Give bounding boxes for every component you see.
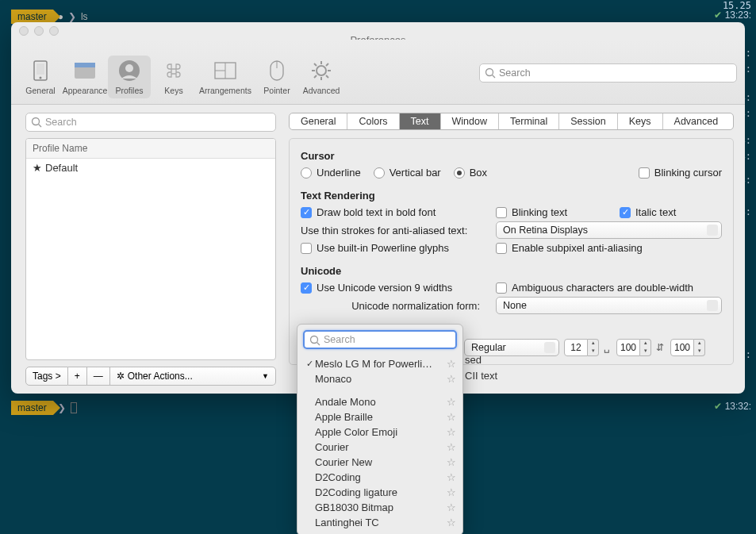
svg-point-6 xyxy=(125,64,133,72)
star-icon[interactable]: ☆ xyxy=(447,396,456,408)
ambiguous-width-checkbox[interactable]: Ambiguous characters are double-width xyxy=(496,282,693,294)
cursor-box-radio[interactable]: Box xyxy=(454,167,487,179)
font-item[interactable]: Courier☆ xyxy=(302,440,458,455)
svg-line-24 xyxy=(39,125,42,128)
search-icon xyxy=(485,67,496,79)
star-icon[interactable]: ☆ xyxy=(447,471,456,483)
font-item[interactable]: ✓Meslo LG M for Powerli…☆ xyxy=(302,356,458,371)
tab-session[interactable]: Session xyxy=(559,113,617,129)
font-size-stepper[interactable]: 12▴▾ xyxy=(564,339,599,356)
star-icon[interactable]: ☆ xyxy=(447,411,456,423)
cursor-underline-radio[interactable]: Underline xyxy=(301,167,361,179)
star-icon[interactable]: ☆ xyxy=(447,486,456,498)
toolbar-label: Advanced xyxy=(303,86,340,95)
svg-point-2 xyxy=(40,77,42,79)
search-icon xyxy=(309,335,320,346)
blinking-text-checkbox[interactable]: Blinking text xyxy=(496,206,607,218)
star-icon[interactable]: ☆ xyxy=(447,358,456,370)
toolbar-label: Keys xyxy=(164,86,182,95)
toolbar-profiles[interactable]: Profiles xyxy=(108,56,151,98)
hspace-icon: ⇵ xyxy=(656,342,664,353)
font-search-input[interactable]: Search xyxy=(303,330,457,349)
star-icon[interactable]: ☆ xyxy=(447,373,456,385)
toolbar-search[interactable]: Search xyxy=(479,63,737,83)
search-placeholder: Search xyxy=(499,67,531,79)
horizontal-spacing-stepper[interactable]: 100▴▾ xyxy=(670,339,705,356)
italic-text-checkbox[interactable]: Italic text xyxy=(620,206,676,218)
cursor-heading: Cursor xyxy=(301,150,722,162)
font-item[interactable]: Apple Color Emoji☆ xyxy=(302,425,458,440)
prompt-chevron: ❯ xyxy=(68,11,76,22)
font-item[interactable]: Apple Braille☆ xyxy=(302,409,458,425)
toolbar-advanced[interactable]: Advanced xyxy=(300,56,343,98)
toolbar-label: Profiles xyxy=(115,86,143,95)
profile-row-default[interactable]: ★ Default xyxy=(26,159,275,177)
cursor-vertical-radio[interactable]: Vertical bar xyxy=(374,167,441,179)
toolbar-general[interactable]: General xyxy=(19,56,62,98)
vspace-icon: ␣ xyxy=(604,342,610,353)
tab-text[interactable]: Text xyxy=(400,113,441,129)
obscured-text: CII text xyxy=(465,370,497,382)
tab-window[interactable]: Window xyxy=(441,113,499,129)
tab-general[interactable]: General xyxy=(290,113,347,129)
git-branch-badge: master xyxy=(11,401,53,415)
remove-profile-button[interactable]: — xyxy=(87,367,110,386)
font-item[interactable]: Monaco☆ xyxy=(302,371,458,386)
command-icon xyxy=(162,59,186,83)
font-item[interactable]: GB18030 Bitmap☆ xyxy=(302,500,458,515)
subpixel-aa-checkbox[interactable]: Enable subpixel anti-aliasing xyxy=(496,242,643,254)
star-icon[interactable]: ☆ xyxy=(447,426,456,438)
svg-point-25 xyxy=(311,336,318,344)
toolbar-label: Appearance xyxy=(63,86,108,95)
star-icon[interactable]: ☆ xyxy=(447,456,456,468)
toolbar-appearance[interactable]: Appearance xyxy=(63,56,106,98)
toolbar-pointer[interactable]: Pointer xyxy=(255,56,298,98)
unicode9-checkbox[interactable]: Use Unicode version 9 widths xyxy=(301,282,483,294)
tab-terminal[interactable]: Terminal xyxy=(499,113,559,129)
text-rendering-heading: Text Rendering xyxy=(301,190,722,202)
profile-list-header[interactable]: Profile Name xyxy=(26,139,275,159)
blinking-cursor-checkbox[interactable]: Blinking cursor xyxy=(639,167,722,179)
toolbar-label: Pointer xyxy=(263,86,290,95)
profile-search[interactable]: Search xyxy=(25,113,276,132)
star-icon[interactable]: ☆ xyxy=(447,441,456,453)
tags-button[interactable]: Tags > xyxy=(25,367,68,386)
arrangements-icon xyxy=(213,59,237,83)
add-profile-button[interactable]: + xyxy=(68,367,87,386)
obscured-text: sed xyxy=(465,354,482,366)
thin-strokes-label: Use thin strokes for anti-aliased text: xyxy=(301,225,483,236)
normalization-label: Unicode normalization form: xyxy=(301,300,483,312)
thin-strokes-select[interactable]: On Retina Displays▴▾ xyxy=(496,221,722,239)
font-item[interactable]: Andale Mono☆ xyxy=(302,394,458,409)
other-actions-dropdown[interactable]: ✲ Other Actions... ▼ xyxy=(110,367,276,386)
toolbar: General Appearance Profiles Keys Arrange… xyxy=(11,40,745,105)
gear-icon xyxy=(309,59,333,83)
gear-icon: ✲ xyxy=(117,371,125,382)
powerline-glyphs-checkbox[interactable]: Use built-in Powerline glyphs xyxy=(301,242,483,254)
font-item[interactable]: Lantinghei TC☆ xyxy=(302,515,458,530)
star-icon: ★ xyxy=(33,162,42,174)
vertical-spacing-stepper[interactable]: 100▴▾ xyxy=(616,339,651,356)
profile-list[interactable]: Profile Name ★ Default xyxy=(25,138,276,360)
tab-colors[interactable]: Colors xyxy=(347,113,399,129)
search-placeholder: Search xyxy=(45,117,77,128)
svg-point-21 xyxy=(486,69,493,76)
font-item[interactable]: D2Coding ligature☆ xyxy=(302,485,458,500)
tab-keys[interactable]: Keys xyxy=(618,113,663,129)
check-icon: ✓ xyxy=(304,359,315,369)
svg-point-12 xyxy=(317,66,326,75)
font-item[interactable]: D2Coding☆ xyxy=(302,470,458,485)
titlebar[interactable]: Preferences xyxy=(11,22,745,40)
font-item[interactable]: Courier New☆ xyxy=(302,455,458,470)
font-picker-popover: Search ✓Meslo LG M for Powerli…☆Monaco☆A… xyxy=(297,324,463,534)
toolbar-keys[interactable]: Keys xyxy=(152,56,195,98)
svg-point-23 xyxy=(33,118,40,125)
timestamp: 13:32: xyxy=(725,401,751,412)
star-icon[interactable]: ☆ xyxy=(447,517,456,528)
tab-advanced[interactable]: Advanced xyxy=(663,113,730,129)
normalization-select[interactable]: None▴▾ xyxy=(496,297,722,314)
star-icon[interactable]: ☆ xyxy=(447,501,456,513)
toolbar-arrangements[interactable]: Arrangements xyxy=(197,56,254,98)
bold-text-checkbox[interactable]: Draw bold text in bold font xyxy=(301,206,483,218)
profile-icon xyxy=(117,59,141,83)
